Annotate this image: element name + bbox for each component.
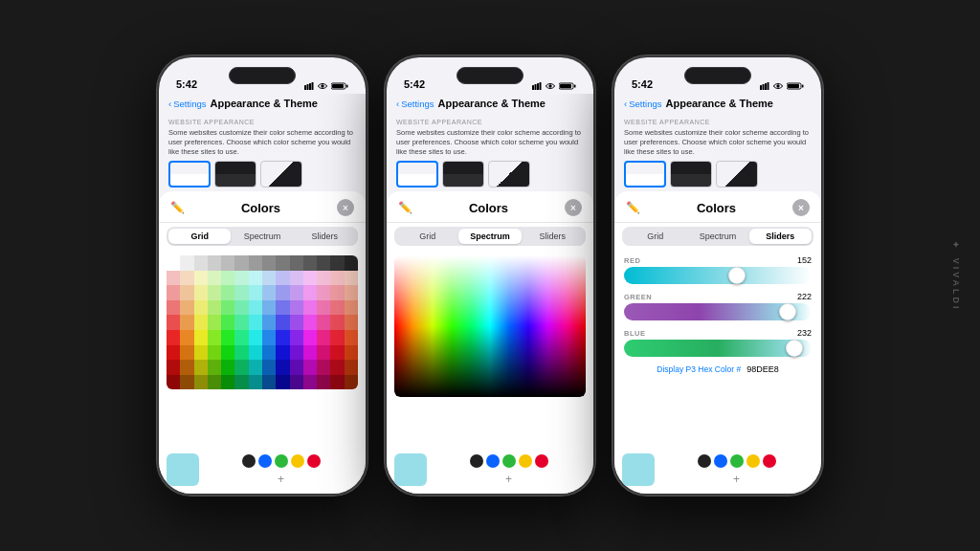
- grid-cell[interactable]: [262, 315, 276, 330]
- grid-cell[interactable]: [330, 315, 344, 330]
- grid-cell[interactable]: [249, 271, 262, 286]
- grid-cell[interactable]: [194, 285, 208, 300]
- grid-cell[interactable]: [276, 271, 289, 286]
- grid-cell[interactable]: [221, 330, 234, 345]
- grid-cell[interactable]: [249, 375, 262, 390]
- grid-cell[interactable]: [180, 255, 193, 271]
- grid-cell[interactable]: [303, 330, 317, 345]
- dot-green-2[interactable]: [502, 454, 516, 468]
- back-btn-3[interactable]: ‹ Settings: [624, 99, 662, 109]
- grid-cell[interactable]: [303, 285, 317, 300]
- grid-cell[interactable]: [167, 255, 180, 271]
- grid-cell[interactable]: [276, 285, 289, 300]
- close-btn-2[interactable]: ×: [565, 199, 582, 216]
- grid-cell[interactable]: [345, 285, 358, 300]
- grid-cell[interactable]: [234, 330, 248, 345]
- dot-red-3[interactable]: [763, 454, 776, 468]
- grid-cell[interactable]: [234, 360, 248, 375]
- grid-cell[interactable]: [276, 360, 289, 375]
- grid-cell[interactable]: [194, 330, 208, 345]
- dot-black-1[interactable]: [242, 454, 256, 468]
- grid-cell[interactable]: [290, 300, 303, 316]
- grid-cell[interactable]: [221, 255, 234, 271]
- grid-cell[interactable]: [303, 315, 317, 330]
- green-slider[interactable]: [624, 303, 812, 320]
- grid-cell[interactable]: [262, 285, 276, 300]
- grid-cell[interactable]: [262, 375, 276, 390]
- grid-cell[interactable]: [276, 300, 289, 316]
- grid-cell[interactable]: [180, 375, 193, 390]
- grid-cell[interactable]: [345, 360, 358, 375]
- grid-cell[interactable]: [303, 360, 317, 375]
- grid-cell[interactable]: [249, 345, 262, 361]
- grid-cell[interactable]: [303, 255, 317, 271]
- grid-cell[interactable]: [290, 330, 303, 345]
- grid-cell[interactable]: [221, 345, 234, 361]
- appearance-light-2[interactable]: [396, 161, 438, 187]
- appearance-auto-2[interactable]: [488, 161, 530, 187]
- appearance-dark-3[interactable]: [670, 161, 712, 187]
- grid-cell[interactable]: [345, 345, 358, 361]
- grid-cell[interactable]: [234, 300, 248, 316]
- close-btn-3[interactable]: ×: [792, 199, 810, 216]
- dot-black-2[interactable]: [470, 454, 483, 468]
- grid-cell[interactable]: [208, 255, 221, 271]
- grid-cell[interactable]: [194, 300, 208, 316]
- grid-cell[interactable]: [262, 330, 276, 345]
- grid-cell[interactable]: [249, 330, 262, 345]
- grid-cell[interactable]: [180, 300, 193, 316]
- grid-cell[interactable]: [330, 345, 344, 361]
- grid-cell[interactable]: [303, 271, 317, 286]
- tab-grid-3[interactable]: Grid: [624, 229, 686, 244]
- appearance-light-3[interactable]: [624, 161, 666, 187]
- add-btn-3[interactable]: +: [730, 473, 744, 486]
- appearance-dark-2[interactable]: [442, 161, 484, 187]
- grid-cell[interactable]: [262, 255, 276, 271]
- grid-cell[interactable]: [290, 375, 303, 390]
- grid-cell[interactable]: [262, 360, 276, 375]
- grid-cell[interactable]: [167, 330, 180, 345]
- grid-cell[interactable]: [303, 345, 317, 361]
- grid-cell[interactable]: [345, 300, 358, 316]
- tab-sliders-1[interactable]: Sliders: [294, 229, 356, 244]
- tab-grid-1[interactable]: Grid: [168, 229, 231, 244]
- eyedropper-icon-3[interactable]: ✏️: [626, 201, 640, 214]
- grid-cell[interactable]: [330, 271, 344, 286]
- red-slider[interactable]: [624, 267, 812, 284]
- dot-yellow-3[interactable]: [746, 454, 760, 468]
- grid-cell[interactable]: [249, 315, 262, 330]
- dot-green-3[interactable]: [730, 454, 744, 468]
- grid-cell[interactable]: [317, 330, 330, 345]
- grid-cell[interactable]: [345, 330, 358, 345]
- grid-cell[interactable]: [208, 315, 221, 330]
- grid-cell[interactable]: [317, 360, 330, 375]
- grid-cell[interactable]: [180, 345, 193, 361]
- grid-cell[interactable]: [221, 285, 234, 300]
- tab-spectrum-2[interactable]: Spectrum: [458, 229, 521, 244]
- grid-cell[interactable]: [330, 375, 344, 390]
- grid-cell[interactable]: [330, 330, 344, 345]
- grid-cell[interactable]: [345, 271, 358, 286]
- grid-cell[interactable]: [249, 360, 262, 375]
- grid-cell[interactable]: [290, 271, 303, 286]
- red-thumb[interactable]: [728, 267, 746, 284]
- grid-cell[interactable]: [262, 271, 276, 286]
- grid-cell[interactable]: [180, 271, 193, 286]
- grid-cell[interactable]: [208, 330, 221, 345]
- dot-yellow-2[interactable]: [519, 454, 532, 468]
- grid-cell[interactable]: [234, 345, 248, 361]
- grid-cell[interactable]: [167, 315, 180, 330]
- appearance-light-1[interactable]: [168, 161, 211, 187]
- dot-green-1[interactable]: [275, 454, 288, 468]
- grid-cell[interactable]: [221, 271, 234, 286]
- grid-cell[interactable]: [345, 255, 358, 271]
- green-thumb[interactable]: [779, 303, 796, 320]
- add-btn-2[interactable]: +: [502, 473, 516, 486]
- grid-cell[interactable]: [290, 360, 303, 375]
- grid-cell[interactable]: [330, 360, 344, 375]
- tab-grid-2[interactable]: Grid: [396, 229, 458, 244]
- dot-black-3[interactable]: [698, 454, 711, 468]
- appearance-dark-1[interactable]: [214, 161, 256, 187]
- dot-blue-3[interactable]: [714, 454, 727, 468]
- dot-blue-1[interactable]: [258, 454, 272, 468]
